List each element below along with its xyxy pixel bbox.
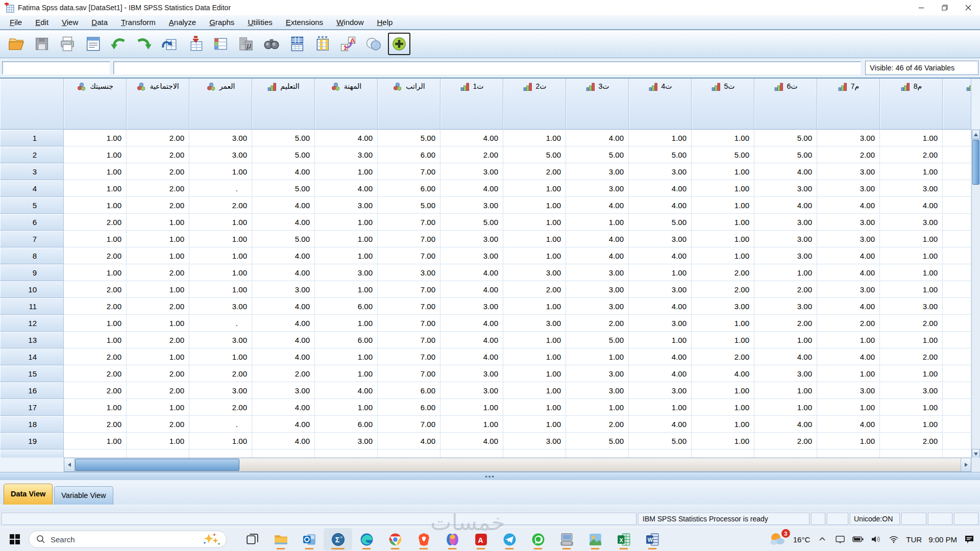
menu-edit[interactable]: Edit (29, 15, 55, 29)
data-cell[interactable]: 7.00 (378, 247, 440, 264)
data-cell[interactable]: 3.00 (629, 281, 692, 298)
row-number-13[interactable]: 13 (0, 332, 64, 348)
data-cell[interactable] (943, 382, 971, 399)
row-number-3[interactable]: 3 (0, 163, 64, 180)
data-cell[interactable]: 3.00 (754, 231, 817, 247)
data-cell[interactable] (189, 449, 252, 458)
weather-widget[interactable]: 3 (769, 531, 787, 547)
column-header-ت5[interactable]: ت5 (692, 79, 754, 130)
data-cell[interactable]: 3.00 (189, 382, 252, 399)
data-cell[interactable] (503, 449, 566, 458)
data-cell[interactable]: 1.00 (503, 332, 566, 348)
data-cell[interactable] (64, 449, 127, 458)
data-cell[interactable]: 1.00 (692, 231, 754, 247)
data-cell[interactable]: 2.00 (880, 315, 943, 332)
data-cell[interactable]: 2.00 (64, 281, 127, 298)
data-cell[interactable]: 3.00 (566, 264, 629, 281)
data-cell[interactable]: 1.00 (566, 214, 629, 231)
data-cell[interactable]: 1.00 (692, 416, 754, 433)
column-header-ت6[interactable]: ت6 (754, 79, 817, 130)
data-cell[interactable]: 2.00 (127, 264, 189, 281)
data-cell[interactable]: 1.00 (64, 130, 127, 146)
data-cell[interactable]: 3.00 (629, 163, 692, 180)
data-cell[interactable]: 6.00 (378, 180, 440, 197)
taskbar-spss-button[interactable]: Σα (324, 528, 352, 550)
row-number-15[interactable]: 15 (0, 365, 64, 382)
taskbar-excel-button[interactable]: X (609, 528, 638, 550)
variables-info-button[interactable]: μ (235, 33, 257, 55)
data-cell[interactable]: 1.00 (692, 332, 754, 348)
data-cell[interactable]: 1.00 (880, 264, 943, 281)
vertical-scroll-track[interactable] (972, 185, 980, 449)
data-cell[interactable]: 1.00 (189, 247, 252, 264)
data-cell[interactable] (629, 449, 692, 458)
goto-variable-button[interactable] (184, 33, 206, 55)
data-cell[interactable]: 3.00 (629, 315, 692, 332)
data-cell[interactable]: 5.00 (754, 130, 817, 146)
data-cell[interactable]: 1.00 (880, 163, 943, 180)
data-cell[interactable]: 4.00 (252, 214, 315, 231)
data-cell[interactable]: 4.00 (817, 197, 880, 214)
data-cell[interactable]: 3.00 (503, 264, 566, 281)
data-cell[interactable]: 3.00 (817, 231, 880, 247)
data-cell[interactable]: 4.00 (440, 332, 503, 348)
notification-center-icon[interactable] (964, 534, 975, 545)
volume-icon[interactable] (870, 534, 881, 545)
data-cell[interactable]: 1.00 (315, 315, 378, 332)
data-cell[interactable]: 2.00 (189, 197, 252, 214)
data-cell[interactable]: 7.00 (378, 214, 440, 231)
taskbar-whatsapp-button[interactable] (524, 528, 552, 550)
data-cell[interactable]: 1.00 (817, 365, 880, 382)
data-cell[interactable]: 2.00 (817, 315, 880, 332)
data-cell[interactable]: 2.00 (503, 163, 566, 180)
tab-variable-view[interactable]: Variable View (54, 486, 113, 505)
data-cell[interactable]: 4.00 (252, 315, 315, 332)
data-cell[interactable]: 1.00 (817, 332, 880, 348)
data-cell[interactable] (943, 399, 971, 416)
data-cell[interactable]: 2.00 (64, 214, 127, 231)
data-cell[interactable]: 3.00 (692, 298, 754, 315)
data-cell[interactable]: 1.00 (127, 231, 189, 247)
data-cell[interactable]: 4.00 (817, 348, 880, 365)
data-cell[interactable]: 3.00 (440, 247, 503, 264)
data-cell[interactable]: 4.00 (629, 247, 692, 264)
horizontal-scrollbar[interactable] (64, 458, 971, 472)
data-cell[interactable]: 5.00 (252, 146, 315, 163)
data-cell[interactable]: 3.00 (189, 298, 252, 315)
data-cell[interactable]: 4.00 (629, 365, 692, 382)
data-cell[interactable] (943, 315, 971, 332)
data-cell[interactable]: 1.00 (189, 163, 252, 180)
variables-button[interactable] (209, 33, 232, 55)
data-cell[interactable]: 7.00 (378, 332, 440, 348)
clock[interactable]: 9:00 PM (928, 535, 957, 544)
data-cell[interactable]: 1.00 (754, 332, 817, 348)
tray-expand-chevron-icon[interactable] (817, 534, 828, 545)
data-cell[interactable] (817, 449, 880, 458)
data-cell[interactable]: 4.00 (440, 264, 503, 281)
data-cell[interactable]: 6.00 (378, 382, 440, 399)
data-cell[interactable]: 2.00 (189, 399, 252, 416)
taskbar-chrome-button[interactable] (381, 528, 409, 550)
data-cell[interactable]: 2.00 (127, 146, 189, 163)
taskbar-brave-button[interactable] (409, 528, 438, 550)
battery-icon[interactable] (852, 534, 864, 545)
data-cell[interactable]: 3.00 (817, 281, 880, 298)
data-cell[interactable]: 1.00 (315, 348, 378, 365)
row-number-6[interactable]: 6 (0, 214, 64, 231)
data-cell[interactable]: 3.00 (503, 315, 566, 332)
data-cell[interactable]: 1.00 (64, 180, 127, 197)
data-cell[interactable]: 1.00 (440, 399, 503, 416)
data-cell[interactable]: 1.00 (880, 130, 943, 146)
scroll-right-button[interactable] (961, 458, 971, 471)
row-number-17[interactable]: 17 (0, 399, 64, 416)
data-cell[interactable]: 5.00 (629, 433, 692, 449)
data-cell[interactable]: 2.00 (754, 281, 817, 298)
data-cell[interactable]: 3.00 (754, 180, 817, 197)
row-number-19[interactable]: 19 (0, 433, 64, 449)
data-cell[interactable]: 1.00 (64, 332, 127, 348)
start-button[interactable] (6, 529, 23, 549)
data-cell[interactable]: 4.00 (440, 315, 503, 332)
data-cell[interactable]: 1.00 (503, 348, 566, 365)
data-cell[interactable]: 6.00 (315, 332, 378, 348)
data-cell[interactable]: 2.00 (880, 433, 943, 449)
